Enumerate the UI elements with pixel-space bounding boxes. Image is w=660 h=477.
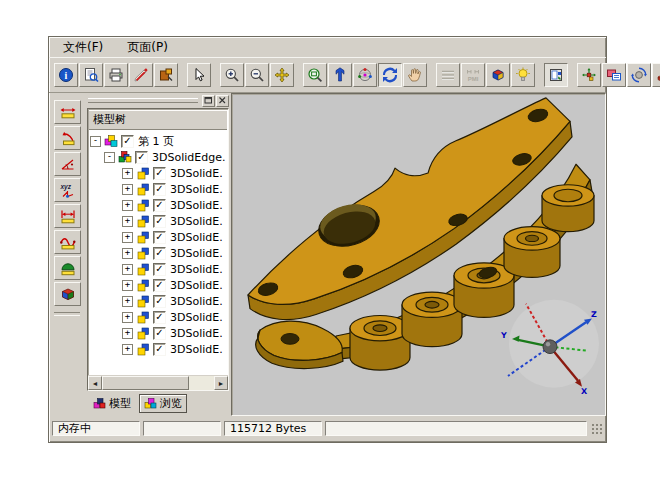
part-label[interactable]: 3DSolidE.	[170, 343, 223, 356]
spin-button[interactable]	[627, 63, 651, 87]
zoom-pointer-button[interactable]	[328, 63, 352, 87]
panel-drag-grip[interactable]	[88, 98, 198, 103]
collapse-box-icon[interactable]: -	[104, 152, 115, 163]
part-checkbox[interactable]: ✓	[153, 215, 166, 228]
part-label[interactable]: 3DSolidE.	[170, 167, 223, 180]
markup-colors-button[interactable]	[154, 63, 178, 87]
tree-row-part[interactable]: + ✓ 3DSolidE.	[90, 213, 228, 229]
select-cursor-button[interactable]	[187, 63, 211, 87]
pan-move-button[interactable]	[270, 63, 294, 87]
view-orientation-button[interactable]	[54, 282, 81, 306]
expand-box-icon[interactable]: +	[122, 248, 133, 259]
scroll-right-button[interactable]: ►	[214, 376, 228, 390]
tree-row-part[interactable]: + ✓ 3DSolidE.	[90, 277, 228, 293]
panel-close-button[interactable]	[216, 95, 229, 107]
part-checkbox[interactable]: ✓	[153, 279, 166, 292]
part-checkbox[interactable]: ✓	[153, 231, 166, 244]
tree-row-part[interactable]: + ✓ 3DSolidE.	[90, 293, 228, 309]
tree-row-part[interactable]: + ✓ 3DSolidE.	[90, 229, 228, 245]
part-label[interactable]: 3DSolidE.	[170, 247, 223, 260]
part-checkbox[interactable]: ✓	[153, 343, 166, 356]
part-checkbox[interactable]: ✓	[153, 199, 166, 212]
compare-button[interactable]	[602, 63, 626, 87]
orientation-ball[interactable]: Z X Y	[500, 300, 599, 397]
page-label[interactable]: 第 1 页	[138, 134, 174, 149]
scrollbar-thumb[interactable]	[102, 376, 189, 390]
lighting-button[interactable]	[511, 63, 535, 87]
expand-box-icon[interactable]: +	[122, 200, 133, 211]
tree-row-part[interactable]: + ✓ 3DSolidE.	[90, 341, 228, 357]
expand-box-icon[interactable]: +	[122, 280, 133, 291]
part-label[interactable]: 3DSolidE.	[170, 327, 223, 340]
tab-model[interactable]: 模型	[88, 394, 136, 413]
measure-length-button[interactable]	[54, 100, 81, 124]
part-checkbox[interactable]: ✓	[153, 183, 166, 196]
print-button[interactable]	[104, 63, 128, 87]
collapse-box-icon[interactable]: -	[90, 136, 101, 147]
part-checkbox[interactable]: ✓	[153, 327, 166, 340]
expand-box-icon[interactable]: +	[122, 328, 133, 339]
tree-row-part[interactable]: + ✓ 3DSolidE.	[90, 197, 228, 213]
rotate-view-button[interactable]	[378, 63, 402, 87]
markup-pen-button[interactable]	[129, 63, 153, 87]
part-checkbox[interactable]: ✓	[153, 167, 166, 180]
menu-file[interactable]: 文件(F)	[61, 38, 105, 57]
expand-box-icon[interactable]: +	[122, 216, 133, 227]
expand-box-icon[interactable]: +	[122, 344, 133, 355]
3d-viewport[interactable]: Z X Y	[231, 93, 606, 416]
shaded-view-button[interactable]	[486, 63, 510, 87]
assembly-label[interactable]: 3DSolidEdge.	[152, 151, 225, 164]
part-label[interactable]: 3DSolidE.	[170, 183, 223, 196]
part-checkbox[interactable]: ✓	[153, 295, 166, 308]
zoom-window-button[interactable]	[303, 63, 327, 87]
measure-curve-button[interactable]	[54, 230, 81, 254]
pmi-button[interactable]: PMI	[461, 63, 485, 87]
part-checkbox[interactable]: ✓	[153, 247, 166, 260]
print-preview-button[interactable]	[79, 63, 103, 87]
resize-grip[interactable]	[590, 422, 603, 435]
expand-box-icon[interactable]: +	[122, 232, 133, 243]
orbit-button[interactable]	[353, 63, 377, 87]
panel-restore-button[interactable]	[202, 95, 215, 107]
measure-radius-button[interactable]	[54, 126, 81, 150]
tree-row-part[interactable]: + ✓ 3DSolidE.	[90, 261, 228, 277]
tree-row-part[interactable]: + ✓ 3DSolidE.	[90, 181, 228, 197]
page-checkbox[interactable]: ✓	[121, 135, 134, 148]
expand-box-icon[interactable]: +	[122, 168, 133, 179]
assembly-checkbox[interactable]: ✓	[135, 151, 148, 164]
expand-box-icon[interactable]: +	[122, 296, 133, 307]
part-checkbox[interactable]: ✓	[153, 263, 166, 276]
part-label[interactable]: 3DSolidE.	[170, 263, 223, 276]
scroll-left-button[interactable]: ◄	[88, 376, 102, 390]
tree-row-assembly[interactable]: - ✓ 3DSolidEdge.	[90, 149, 228, 165]
explode-button[interactable]	[577, 63, 601, 87]
tree-row-part[interactable]: + ✓ 3DSolidE.	[90, 165, 228, 181]
zoom-out-button[interactable]	[245, 63, 269, 87]
measure-area-button[interactable]	[54, 256, 81, 280]
part-label[interactable]: 3DSolidE.	[170, 311, 223, 324]
zoom-in-button[interactable]	[220, 63, 244, 87]
scrollbar-track[interactable]	[102, 376, 214, 390]
part-label[interactable]: 3DSolidE.	[170, 215, 223, 228]
render-settings-button[interactable]	[544, 63, 568, 87]
tree-row-page[interactable]: - ✓ 第 1 页	[90, 133, 228, 149]
part-checkbox[interactable]: ✓	[153, 311, 166, 324]
measure-distance-button[interactable]	[54, 204, 81, 228]
expand-box-icon[interactable]: +	[122, 184, 133, 195]
pan-hand-button[interactable]	[403, 63, 427, 87]
wireframe-button[interactable]	[436, 63, 460, 87]
info-button[interactable]: i	[54, 63, 78, 87]
part-label[interactable]: 3DSolidE.	[170, 279, 223, 292]
expand-box-icon[interactable]: +	[122, 264, 133, 275]
part-label[interactable]: 3DSolidE.	[170, 231, 223, 244]
part-label[interactable]: 3DSolidE.	[170, 199, 223, 212]
part-label[interactable]: 3DSolidE.	[170, 295, 223, 308]
tab-browse[interactable]: 浏览	[139, 394, 187, 413]
tree-row-part[interactable]: + ✓ 3DSolidE.	[90, 325, 228, 341]
measure-angle-button[interactable]	[54, 152, 81, 176]
tree-row-part[interactable]: + ✓ 3DSolidE.	[90, 245, 228, 261]
section-button[interactable]	[652, 63, 660, 87]
menu-page[interactable]: 页面(P)	[125, 38, 170, 57]
tree-row-part[interactable]: + ✓ 3DSolidE.	[90, 309, 228, 325]
measure-coordinate-button[interactable]: xyz	[54, 178, 81, 202]
